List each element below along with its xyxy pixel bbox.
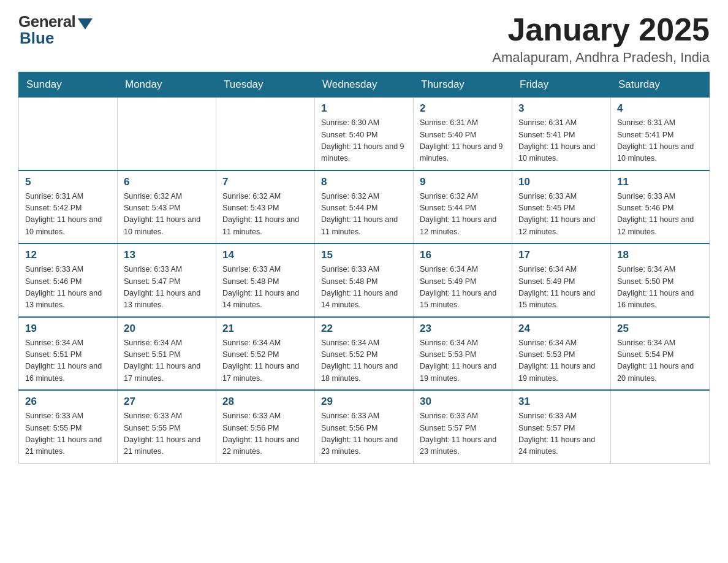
day-number: 4	[617, 102, 703, 115]
day-info: Sunrise: 6:34 AM Sunset: 5:54 PM Dayligh…	[617, 337, 703, 385]
day-info: Sunrise: 6:34 AM Sunset: 5:53 PM Dayligh…	[420, 337, 506, 385]
calendar-cell: 5Sunrise: 6:31 AM Sunset: 5:42 PM Daylig…	[19, 170, 118, 244]
day-info: Sunrise: 6:33 AM Sunset: 5:57 PM Dayligh…	[420, 410, 506, 458]
day-info: Sunrise: 6:31 AM Sunset: 5:41 PM Dayligh…	[518, 117, 604, 165]
day-info: Sunrise: 6:34 AM Sunset: 5:53 PM Dayligh…	[518, 337, 604, 385]
calendar-cell: 29Sunrise: 6:33 AM Sunset: 5:56 PM Dayli…	[315, 390, 414, 463]
day-number: 19	[25, 323, 111, 335]
day-number: 6	[124, 176, 210, 188]
logo-arrow-icon	[78, 18, 93, 29]
calendar-cell: 2Sunrise: 6:31 AM Sunset: 5:40 PM Daylig…	[414, 98, 512, 170]
calendar-cell: 22Sunrise: 6:34 AM Sunset: 5:52 PM Dayli…	[315, 317, 414, 391]
day-number: 18	[617, 249, 703, 261]
calendar-cell: 27Sunrise: 6:33 AM Sunset: 5:55 PM Dayli…	[118, 390, 216, 463]
day-number: 17	[518, 249, 604, 261]
calendar-cell	[216, 98, 315, 170]
calendar-cell: 25Sunrise: 6:34 AM Sunset: 5:54 PM Dayli…	[611, 317, 710, 391]
calendar-cell: 6Sunrise: 6:32 AM Sunset: 5:43 PM Daylig…	[118, 170, 216, 244]
calendar-cell: 9Sunrise: 6:32 AM Sunset: 5:44 PM Daylig…	[414, 170, 512, 244]
logo: General Blue	[18, 12, 93, 48]
day-number: 15	[321, 249, 407, 261]
day-info: Sunrise: 6:32 AM Sunset: 5:43 PM Dayligh…	[124, 191, 210, 239]
day-info: Sunrise: 6:32 AM Sunset: 5:44 PM Dayligh…	[420, 191, 506, 239]
calendar-week-row: 5Sunrise: 6:31 AM Sunset: 5:42 PM Daylig…	[19, 170, 710, 244]
day-info: Sunrise: 6:33 AM Sunset: 5:55 PM Dayligh…	[124, 410, 210, 458]
calendar-cell: 3Sunrise: 6:31 AM Sunset: 5:41 PM Daylig…	[512, 98, 611, 170]
calendar-cell: 13Sunrise: 6:33 AM Sunset: 5:47 PM Dayli…	[118, 243, 216, 317]
day-number: 31	[518, 396, 604, 408]
day-info: Sunrise: 6:33 AM Sunset: 5:48 PM Dayligh…	[222, 264, 308, 312]
day-info: Sunrise: 6:32 AM Sunset: 5:43 PM Dayligh…	[222, 191, 308, 239]
day-number: 12	[25, 249, 111, 261]
calendar-header-wednesday: Wednesday	[315, 72, 414, 98]
day-number: 14	[222, 249, 308, 261]
day-number: 21	[222, 323, 308, 335]
calendar-cell: 19Sunrise: 6:34 AM Sunset: 5:51 PM Dayli…	[19, 317, 118, 391]
calendar-cell: 26Sunrise: 6:33 AM Sunset: 5:55 PM Dayli…	[19, 390, 118, 463]
calendar-cell	[19, 98, 118, 170]
day-number: 11	[617, 176, 703, 188]
calendar-cell: 30Sunrise: 6:33 AM Sunset: 5:57 PM Dayli…	[414, 390, 512, 463]
calendar-cell: 4Sunrise: 6:31 AM Sunset: 5:41 PM Daylig…	[611, 98, 710, 170]
day-number: 7	[222, 176, 308, 188]
calendar-cell: 12Sunrise: 6:33 AM Sunset: 5:46 PM Dayli…	[19, 243, 118, 317]
calendar-header-monday: Monday	[118, 72, 216, 98]
day-info: Sunrise: 6:33 AM Sunset: 5:45 PM Dayligh…	[518, 191, 604, 239]
calendar-header-sunday: Sunday	[19, 72, 118, 98]
day-info: Sunrise: 6:32 AM Sunset: 5:44 PM Dayligh…	[321, 191, 407, 239]
calendar-week-row: 19Sunrise: 6:34 AM Sunset: 5:51 PM Dayli…	[19, 317, 710, 391]
day-number: 23	[420, 323, 506, 335]
calendar-cell: 15Sunrise: 6:33 AM Sunset: 5:48 PM Dayli…	[315, 243, 414, 317]
day-number: 22	[321, 323, 407, 335]
day-info: Sunrise: 6:34 AM Sunset: 5:49 PM Dayligh…	[420, 264, 506, 312]
month-title: January 2025	[492, 12, 710, 47]
day-info: Sunrise: 6:30 AM Sunset: 5:40 PM Dayligh…	[321, 117, 407, 165]
day-number: 1	[321, 102, 407, 115]
day-info: Sunrise: 6:33 AM Sunset: 5:56 PM Dayligh…	[222, 410, 308, 458]
calendar-header-thursday: Thursday	[414, 72, 512, 98]
calendar-header-saturday: Saturday	[611, 72, 710, 98]
day-number: 24	[518, 323, 604, 335]
day-number: 13	[124, 249, 210, 261]
day-number: 29	[321, 396, 407, 408]
calendar-week-row: 1Sunrise: 6:30 AM Sunset: 5:40 PM Daylig…	[19, 98, 710, 170]
calendar-cell: 31Sunrise: 6:33 AM Sunset: 5:57 PM Dayli…	[512, 390, 611, 463]
calendar-cell: 14Sunrise: 6:33 AM Sunset: 5:48 PM Dayli…	[216, 243, 315, 317]
calendar-cell: 11Sunrise: 6:33 AM Sunset: 5:46 PM Dayli…	[611, 170, 710, 244]
day-info: Sunrise: 6:34 AM Sunset: 5:52 PM Dayligh…	[222, 337, 308, 385]
day-info: Sunrise: 6:33 AM Sunset: 5:46 PM Dayligh…	[617, 191, 703, 239]
calendar-cell: 16Sunrise: 6:34 AM Sunset: 5:49 PM Dayli…	[414, 243, 512, 317]
day-info: Sunrise: 6:34 AM Sunset: 5:52 PM Dayligh…	[321, 337, 407, 385]
calendar-cell: 1Sunrise: 6:30 AM Sunset: 5:40 PM Daylig…	[315, 98, 414, 170]
calendar-header-tuesday: Tuesday	[216, 72, 315, 98]
calendar-cell	[118, 98, 216, 170]
day-info: Sunrise: 6:33 AM Sunset: 5:48 PM Dayligh…	[321, 264, 407, 312]
day-info: Sunrise: 6:33 AM Sunset: 5:55 PM Dayligh…	[25, 410, 111, 458]
calendar-week-row: 12Sunrise: 6:33 AM Sunset: 5:46 PM Dayli…	[19, 243, 710, 317]
calendar-cell: 7Sunrise: 6:32 AM Sunset: 5:43 PM Daylig…	[216, 170, 315, 244]
calendar-cell: 18Sunrise: 6:34 AM Sunset: 5:50 PM Dayli…	[611, 243, 710, 317]
day-info: Sunrise: 6:31 AM Sunset: 5:41 PM Dayligh…	[617, 117, 703, 165]
day-number: 9	[420, 176, 506, 188]
location: Amalapuram, Andhra Pradesh, India	[492, 50, 710, 66]
day-number: 20	[124, 323, 210, 335]
calendar-cell: 23Sunrise: 6:34 AM Sunset: 5:53 PM Dayli…	[414, 317, 512, 391]
calendar-cell: 17Sunrise: 6:34 AM Sunset: 5:49 PM Dayli…	[512, 243, 611, 317]
day-info: Sunrise: 6:33 AM Sunset: 5:57 PM Dayligh…	[518, 410, 604, 458]
day-number: 10	[518, 176, 604, 188]
calendar-cell	[611, 390, 710, 463]
calendar-cell: 24Sunrise: 6:34 AM Sunset: 5:53 PM Dayli…	[512, 317, 611, 391]
page-header: General Blue January 2025 Amalapuram, An…	[18, 12, 710, 66]
day-number: 26	[25, 396, 111, 408]
day-number: 2	[420, 102, 506, 115]
day-info: Sunrise: 6:31 AM Sunset: 5:42 PM Dayligh…	[25, 191, 111, 239]
day-info: Sunrise: 6:34 AM Sunset: 5:49 PM Dayligh…	[518, 264, 604, 312]
calendar-cell: 8Sunrise: 6:32 AM Sunset: 5:44 PM Daylig…	[315, 170, 414, 244]
day-number: 3	[518, 102, 604, 115]
day-number: 16	[420, 249, 506, 261]
day-number: 27	[124, 396, 210, 408]
calendar-cell: 28Sunrise: 6:33 AM Sunset: 5:56 PM Dayli…	[216, 390, 315, 463]
day-info: Sunrise: 6:33 AM Sunset: 5:56 PM Dayligh…	[321, 410, 407, 458]
day-info: Sunrise: 6:34 AM Sunset: 5:50 PM Dayligh…	[617, 264, 703, 312]
day-info: Sunrise: 6:33 AM Sunset: 5:47 PM Dayligh…	[124, 264, 210, 312]
